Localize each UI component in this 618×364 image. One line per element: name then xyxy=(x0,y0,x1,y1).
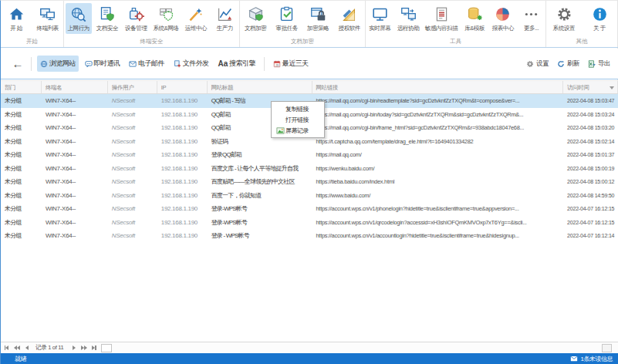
cell: 2022-04-08 15:03:47 xyxy=(563,94,618,108)
ribbon-item[interactable]: 系统设置 xyxy=(551,3,577,34)
ribbon-item[interactable]: 文档加密 xyxy=(242,3,268,34)
tab-label: 搜索引擎 xyxy=(229,59,255,69)
license-software-icon xyxy=(341,5,357,24)
doc-encrypt-icon xyxy=(248,5,264,24)
ribbon-item[interactable]: 库&模板 xyxy=(461,3,488,34)
ribbon-item-label: 敏感内容扫描 xyxy=(425,25,458,32)
nav-last-icon[interactable] xyxy=(89,344,98,352)
ribbon-item[interactable]: 加密策略 xyxy=(305,3,331,34)
cell: 未分组 xyxy=(1,202,42,216)
ribbon-item[interactable]: 授权软件 xyxy=(336,3,363,34)
ribbon-item[interactable]: 更多... xyxy=(518,3,545,34)
filter-arrow-icon[interactable] xyxy=(610,86,614,89)
cell: 192.168.1.190 xyxy=(157,135,208,149)
nav-next-icon[interactable] xyxy=(69,344,78,352)
ribbon-item-label: 终端列表 xyxy=(37,25,59,32)
ribbon-item-label: 更多... xyxy=(524,25,539,32)
cell: 未分组 xyxy=(1,162,42,176)
ribbon-item[interactable]: 远程协助 xyxy=(395,3,421,34)
context-menu-item[interactable]: 复制链接 xyxy=(272,103,324,114)
column-header-7[interactable]: 访问时间 xyxy=(563,81,618,93)
nav-next-page-icon[interactable] xyxy=(79,344,88,352)
ribbon-item-label: 授权软件 xyxy=(339,25,360,32)
column-header-3[interactable]: 操作用户 xyxy=(108,81,157,93)
context-menu-item[interactable]: 屏幕记录 xyxy=(272,125,324,136)
nav-prev-page-icon[interactable] xyxy=(12,344,21,352)
tab-5[interactable]: Aa搜索引擎 xyxy=(214,56,258,72)
ribbon-item[interactable]: 生产力 xyxy=(211,3,238,34)
chat-icon xyxy=(85,60,93,68)
table-row[interactable]: 未分组WIN7-X64--NSecsoft192.168.1.190登录-WPS… xyxy=(1,216,618,230)
settings-icon xyxy=(556,5,572,24)
cell: 192.168.1.190 xyxy=(157,108,208,122)
nav-prev-icon[interactable] xyxy=(22,344,31,352)
ribbon-item[interactable]: 开 始 xyxy=(3,3,29,34)
cell: NSecsoft xyxy=(108,162,157,176)
envelope-icon[interactable] xyxy=(570,355,578,362)
pager-edit-box[interactable] xyxy=(101,344,112,352)
sub-toolbar: ← 浏览网站即时通讯电子邮件文件外发Aa搜索引擎23最近三天 设置刷新导出 xyxy=(1,49,618,79)
table-row[interactable]: 未分组WIN7-X64--NSecsoft192.168.1.190登录-WPS… xyxy=(1,202,618,216)
action-3[interactable]: 导出 xyxy=(588,59,610,69)
cell: https://account.wps.cn/v1/qrcodelogin?ac… xyxy=(312,216,564,230)
cell: WIN7-X64-- xyxy=(42,202,108,216)
column-header-2[interactable]: 终端名 xyxy=(42,81,108,93)
ribbon-item[interactable]: 敏感内容扫描 xyxy=(424,3,460,34)
ribbon-item[interactable]: 上网行为 xyxy=(66,3,92,34)
nav-first-icon[interactable] xyxy=(2,344,11,352)
tab-3[interactable]: 电子邮件 xyxy=(126,56,167,72)
ribbon-item[interactable]: 审批任务 xyxy=(274,3,300,34)
column-header-6[interactable]: 网站链接 xyxy=(312,81,564,93)
column-header-5[interactable]: 网站标题 xyxy=(208,81,312,93)
table-row[interactable]: 未分组WIN7-X64--NSecsoft192.168.1.190登录 - W… xyxy=(1,229,618,243)
tab-6[interactable]: 23最近三天 xyxy=(270,56,312,72)
ribbon-item[interactable]: 设备管理 xyxy=(123,3,149,34)
cell: 2022-04-07 16:12:15 xyxy=(563,216,618,230)
table-row[interactable]: 未分组WIN7-X64--NSecsoft192.168.1.190百度贴吧——… xyxy=(1,175,618,189)
cell: WIN7-X64-- xyxy=(42,148,108,162)
ribbon-item[interactable]: 系统&网络 xyxy=(152,3,181,34)
action-2[interactable]: 刷新 xyxy=(557,59,579,69)
column-header-4[interactable]: IP xyxy=(157,81,208,93)
action-label: 刷新 xyxy=(567,59,579,69)
action-label: 导出 xyxy=(598,59,610,69)
cell: 2022-04-08 14:59:50 xyxy=(563,189,618,203)
ribbon-item[interactable]: 文档安全 xyxy=(94,3,120,34)
cell: https://account.wps.cn/v1/accountlogin?h… xyxy=(312,229,564,243)
view-tabs: 浏览网站即时通讯电子邮件文件外发Aa搜索引擎23最近三天 xyxy=(35,56,312,72)
separator xyxy=(264,57,265,71)
ribbon-group-label: 终端安全 xyxy=(64,38,239,46)
cell: 百度贴吧——全球领先的中文社区 xyxy=(208,175,312,189)
tab-2[interactable]: 即时通讯 xyxy=(82,56,123,72)
table-row[interactable]: 未分组WIN7-X64--NSecsoft192.168.1.190百度文库 -… xyxy=(1,162,618,176)
ribbon-item[interactable]: 实时屏幕 xyxy=(366,3,393,34)
device-management-icon xyxy=(128,5,144,24)
cell: WIN7-X64-- xyxy=(42,135,108,149)
context-menu-item[interactable]: 打开链接 xyxy=(272,114,324,125)
cell: 登录QQ邮箱 xyxy=(208,148,312,162)
ribbon-group-4: 实时屏幕远程协助敏感内容扫描库&模板报表中心更多...工具 xyxy=(366,1,546,47)
ribbon-item-label: 关 于 xyxy=(593,25,606,32)
tab-4[interactable]: 文件外发 xyxy=(171,56,212,72)
cell: 192.168.1.190 xyxy=(157,229,208,243)
ribbon-item-label: 文档加密 xyxy=(245,25,266,32)
file-send-icon xyxy=(174,60,181,68)
cell: NSecsoft xyxy=(108,121,157,135)
ribbon-item[interactable]: 终端列表 xyxy=(35,3,61,34)
about-icon xyxy=(592,5,608,24)
ribbon-item[interactable]: 关 于 xyxy=(586,3,613,34)
column-header-1[interactable]: 部门 xyxy=(1,81,42,93)
cell: NSecsoft xyxy=(108,108,157,122)
tab-1[interactable]: 浏览网站 xyxy=(37,56,79,72)
ribbon-item[interactable]: 报表中心 xyxy=(490,3,516,34)
back-button[interactable]: ← xyxy=(8,57,27,70)
table-row[interactable]: 未分组WIN7-X64--NSecsoft192.168.1.190百度一下，你… xyxy=(1,189,618,203)
cell: 未分组 xyxy=(1,175,42,189)
context-menu: 复制链接打开链接屏幕记录 xyxy=(271,101,325,138)
status-unread: 1条未读信息 xyxy=(570,355,613,363)
cell: NSecsoft xyxy=(108,189,157,203)
action-1[interactable]: 设置 xyxy=(526,59,549,69)
context-menu-label: 复制链接 xyxy=(285,105,309,113)
ribbon-item[interactable]: 运维中心 xyxy=(183,3,209,34)
table-row[interactable]: 未分组WIN7-X64--NSecsoft192.168.1.190登录QQ邮箱… xyxy=(1,148,618,162)
